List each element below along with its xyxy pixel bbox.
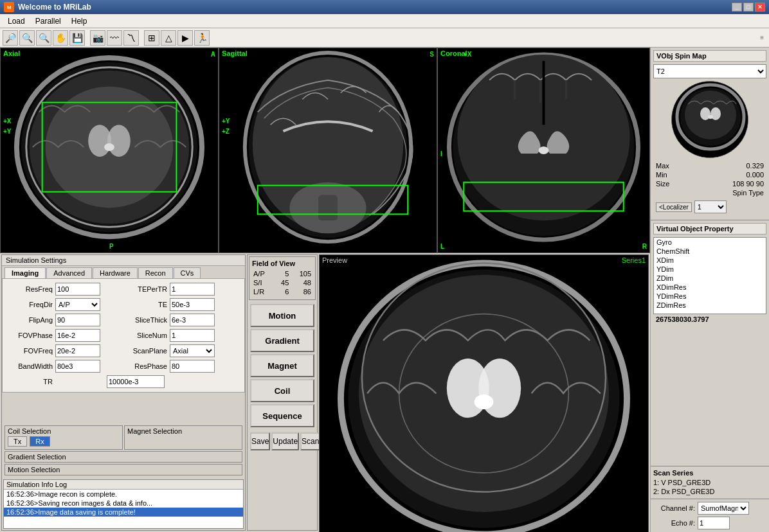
toolbar-btn-1[interactable]: 🔎 bbox=[3, 30, 18, 46]
scan-series-title: Scan Series bbox=[653, 469, 766, 477]
coil-tx-btn[interactable]: Tx bbox=[8, 436, 27, 447]
axial-x-label: +X bbox=[3, 118, 12, 125]
channel-select[interactable]: SumofMagnMagnitudePhase bbox=[698, 502, 749, 515]
channel-label: Channel #: bbox=[653, 504, 695, 512]
toolbar-btn-save[interactable]: 💾 bbox=[69, 30, 85, 46]
vobj-spin-map: VObj Spin Map T2T1PD bbox=[651, 48, 769, 220]
localizer-button[interactable]: <Localizer bbox=[656, 202, 692, 212]
coronal-panel[interactable]: Coronal +X L R I bbox=[437, 48, 650, 253]
tab-hardware[interactable]: Hardware bbox=[93, 267, 138, 278]
res-phase-input[interactable] bbox=[170, 360, 215, 373]
fov-freq-label: FOVFreq bbox=[8, 347, 53, 355]
toolbar: 🔎 🔍 🔍 ✋ 💾 📷 〰 〽 ⊞ △ ▶ 🏃 ≡ bbox=[0, 28, 769, 48]
tab-recon[interactable]: Recon bbox=[138, 267, 173, 278]
sim-settings-title: Simulation Settings bbox=[2, 255, 245, 266]
toolbar-btn-2[interactable]: 🔍 bbox=[19, 30, 35, 46]
freq-dir-label: FreqDir bbox=[8, 301, 53, 308]
sim-log: Simulation Info Log 16:52:36>Image recon… bbox=[3, 479, 244, 529]
property-ydim[interactable]: YDim bbox=[654, 265, 766, 274]
scan-plane-select[interactable]: AxialSagittalCoronal bbox=[170, 344, 215, 357]
size-label: Size bbox=[656, 180, 669, 188]
coronal-x-label: +X bbox=[464, 51, 472, 58]
res-freq-input[interactable] bbox=[55, 283, 100, 296]
magnet-button[interactable]: Magnet bbox=[250, 354, 314, 377]
tab-advanced[interactable]: Advanced bbox=[46, 267, 92, 278]
menu-help[interactable]: Help bbox=[66, 15, 93, 27]
fov-title: Field of View bbox=[252, 260, 312, 267]
coil-selection-group: Coil Selection Tx Rx bbox=[5, 425, 123, 450]
slice-num-input[interactable] bbox=[170, 329, 215, 342]
flip-ang-input[interactable] bbox=[55, 314, 100, 326]
tab-imaging[interactable]: Imaging bbox=[5, 267, 46, 278]
fov-label-0: A/P bbox=[253, 270, 274, 278]
property-list[interactable]: Gyro ChemShift XDim YDim ZDim XDimRes YD… bbox=[653, 237, 766, 314]
motion-button[interactable]: Motion bbox=[250, 304, 314, 327]
virtual-object-property-title: Virtual Object Property bbox=[653, 223, 766, 235]
res-freq-label: ResFreq bbox=[8, 285, 53, 293]
scan-series: Scan Series 1: V PSD_GRE3D 2: Dx PSD_GRE… bbox=[651, 466, 769, 499]
property-zdim[interactable]: ZDim bbox=[654, 274, 766, 283]
bandwidth-input[interactable] bbox=[55, 360, 100, 373]
property-ydimres[interactable]: YDimRes bbox=[654, 292, 766, 301]
preview-series: Series1 bbox=[622, 256, 646, 264]
action-buttons: Motion Gradient Magnet Coil Sequence bbox=[248, 301, 317, 430]
axial-corner-p: P bbox=[109, 243, 114, 250]
toolbar-btn-7[interactable]: 〽 bbox=[123, 30, 139, 46]
save-button[interactable]: Save bbox=[250, 432, 270, 450]
vobj-spin-map-title: VObj Spin Map bbox=[653, 50, 766, 62]
vobj-dropdown[interactable]: T2T1PD bbox=[653, 64, 766, 78]
property-xdimres[interactable]: XDimRes bbox=[654, 283, 766, 292]
toolbar-btn-9[interactable]: △ bbox=[161, 30, 176, 46]
menu-load[interactable]: Load bbox=[3, 15, 30, 27]
toolbar-btn-pan[interactable]: ✋ bbox=[53, 30, 68, 46]
spin-type-label: Spin Type bbox=[732, 189, 764, 197]
property-xdim[interactable]: XDim bbox=[654, 256, 766, 265]
sim-right-controls: Field of View A/P 5 105 S/I 45 48 bbox=[247, 254, 318, 531]
tr-input[interactable] bbox=[107, 375, 165, 388]
toolbar-btn-6[interactable]: 〰 bbox=[107, 30, 122, 46]
toolbar-btn-3[interactable]: 🔍 bbox=[36, 30, 51, 46]
toolbar-btn-11[interactable]: 🏃 bbox=[194, 30, 210, 46]
min-value: 0.000 bbox=[746, 171, 764, 179]
maximize-button[interactable]: □ bbox=[743, 3, 754, 12]
toolbar-btn-5[interactable]: 📷 bbox=[90, 30, 105, 46]
fov-phase-input[interactable] bbox=[55, 329, 100, 342]
tr-label: TR bbox=[8, 378, 53, 386]
minimize-button[interactable]: _ bbox=[732, 3, 742, 12]
slice-thick-input[interactable] bbox=[170, 314, 215, 326]
te-input[interactable] bbox=[170, 298, 215, 311]
imaging-tab-content: ResFreq TEPerTR FreqDir A/PL/RS/I TE Fli… bbox=[2, 278, 245, 393]
preview-panel[interactable]: Preview Series1 bbox=[319, 254, 649, 532]
freq-dir-select[interactable]: A/PL/RS/I bbox=[55, 298, 100, 311]
spin-type-dropdown[interactable]: 123 bbox=[694, 200, 727, 213]
sequence-button[interactable]: Sequence bbox=[250, 404, 314, 427]
fov-val1-1: 45 bbox=[275, 279, 289, 287]
menu-parallel[interactable]: Parallel bbox=[30, 15, 66, 27]
toolbar-btn-10[interactable]: ▶ bbox=[177, 30, 193, 46]
echo-input[interactable] bbox=[698, 517, 730, 529]
window-title: Welcome to MRiLab bbox=[18, 3, 732, 12]
title-controls: _ □ ✕ bbox=[732, 3, 765, 12]
fov-freq-input[interactable] bbox=[55, 344, 100, 357]
coil-rx-btn[interactable]: Rx bbox=[30, 436, 50, 447]
property-gyro[interactable]: Gyro bbox=[654, 238, 766, 247]
magnet-selection-group: Magnet Selection bbox=[124, 425, 242, 450]
gradient-button[interactable]: Gradient bbox=[250, 329, 314, 352]
log-entry-2: 16:52:36>Image data saving is complete! bbox=[4, 508, 243, 517]
slice-num-label: SliceNum bbox=[109, 332, 167, 339]
tab-cvs[interactable]: CVs bbox=[174, 267, 201, 278]
localizer-row: <Localizer 123 bbox=[653, 199, 766, 215]
sagittal-panel[interactable]: Sagittal +Y +Z S bbox=[219, 48, 437, 253]
update-button[interactable]: Update bbox=[271, 432, 299, 450]
max-value: 0.329 bbox=[746, 162, 764, 170]
property-zdimres[interactable]: ZDimRes bbox=[654, 301, 766, 310]
fov-table: A/P 5 105 S/I 45 48 L/R 6 bbox=[252, 269, 312, 297]
coil-button[interactable]: Coil bbox=[250, 379, 314, 402]
property-chemshift[interactable]: ChemShift bbox=[654, 247, 766, 256]
te-per-tr-input[interactable] bbox=[170, 283, 215, 296]
toolbar-btn-8[interactable]: ⊞ bbox=[144, 30, 159, 46]
scan-plane-label: ScanPlane bbox=[109, 347, 167, 355]
axial-panel[interactable]: Axial +X +Y A P bbox=[0, 48, 219, 253]
close-button[interactable]: ✕ bbox=[755, 3, 765, 12]
fov-panel: Field of View A/P 5 105 S/I 45 48 bbox=[249, 256, 316, 300]
